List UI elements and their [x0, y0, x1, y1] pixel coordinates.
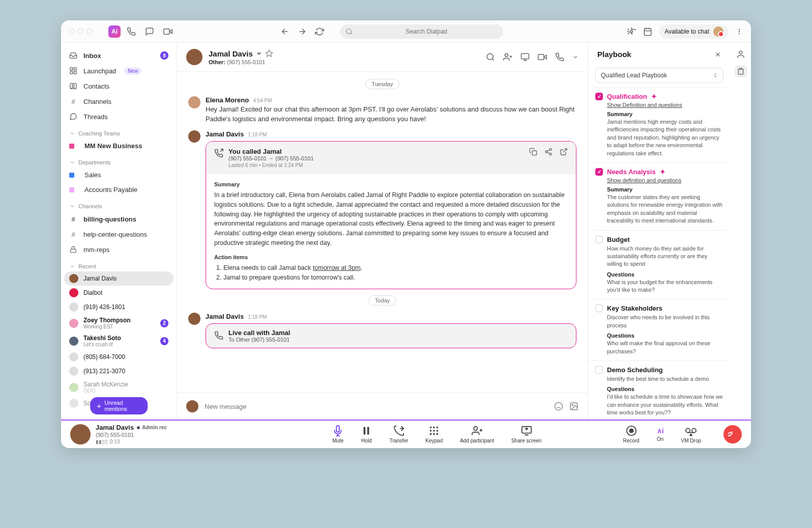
- checkbox-icon[interactable]: [595, 236, 603, 243]
- image-icon[interactable]: [569, 402, 578, 411]
- avatar: [69, 383, 78, 392]
- svg-rect-17: [538, 54, 544, 60]
- show-def-link[interactable]: Show Definition and questions: [607, 102, 723, 108]
- call-timer: 0:13: [110, 439, 120, 446]
- add-participant-button[interactable]: Add participant: [460, 425, 494, 443]
- recent-jamal[interactable]: Jamal Davis: [64, 271, 173, 286]
- conversation-panel: Jamal Davis Other: (907) 555-0101 Tue: [177, 43, 588, 420]
- recent-sarah[interactable]: Sarah McKenzieOOO: [61, 378, 177, 396]
- minimize-window[interactable]: [78, 29, 83, 34]
- nav-contacts[interactable]: Contacts: [61, 78, 177, 94]
- contact-name[interactable]: Jamal Davis: [209, 49, 273, 58]
- hangup-button[interactable]: [723, 425, 742, 443]
- playbook-title: Playbook: [597, 50, 631, 59]
- lock-icon: [69, 245, 77, 254]
- checkbox-icon[interactable]: ✓: [595, 93, 603, 100]
- close-window[interactable]: [69, 29, 75, 34]
- team-mm-new-business[interactable]: MM New Business: [61, 138, 177, 153]
- checkbox-icon[interactable]: [595, 304, 603, 312]
- screenshare-icon[interactable]: [520, 52, 530, 62]
- call-summary-card: You called Jamal (907) 555-0101 → (907) …: [206, 141, 576, 289]
- nav-arrows: [280, 27, 324, 36]
- share-screen-button[interactable]: Share screen: [511, 425, 541, 443]
- settings-icon[interactable]: [627, 27, 636, 36]
- star-icon[interactable]: [265, 49, 273, 58]
- message-scroll[interactable]: Tuesday Elena Moreno4:54 PM Hey Jamal! E…: [177, 72, 588, 393]
- mute-button[interactable]: Mute: [332, 425, 343, 443]
- hold-button[interactable]: Hold: [361, 425, 372, 443]
- search-input[interactable]: [340, 24, 503, 39]
- section-coaching[interactable]: Coaching Teams: [61, 124, 177, 138]
- recent-takeshi[interactable]: Takeshi SotoLet's crush it!4: [61, 332, 177, 350]
- playbook-list[interactable]: ✓Qualification ✦ Show Definition and que…: [588, 87, 731, 420]
- availability-pill[interactable]: Available to chat: [659, 24, 729, 39]
- external-link-icon[interactable]: [560, 148, 568, 156]
- inbox-badge: 8: [160, 51, 168, 60]
- add-person-icon[interactable]: [503, 52, 512, 62]
- chevron-down-icon: [69, 159, 75, 165]
- avatar: [69, 274, 78, 283]
- recent-dialbot[interactable]: Dialbot: [61, 286, 177, 300]
- nav-threads[interactable]: Threads: [61, 109, 177, 124]
- dept-sales[interactable]: Sales: [61, 168, 177, 182]
- calendar-icon[interactable]: [643, 27, 652, 36]
- search-icon[interactable]: [486, 52, 495, 62]
- vm-drop-button[interactable]: VM Drop: [681, 425, 701, 443]
- channel-help[interactable]: #help-center-questions: [61, 227, 177, 242]
- svg-point-1: [346, 29, 351, 33]
- chevron-down-icon: [69, 263, 75, 269]
- message-icon[interactable]: [145, 27, 154, 36]
- day-divider: Tuesday: [365, 79, 400, 89]
- back-icon[interactable]: [280, 27, 289, 36]
- new-tag: New: [124, 67, 141, 75]
- nav-channels[interactable]: # Channels: [61, 94, 177, 109]
- composer-avatar: [186, 400, 198, 412]
- ai-button[interactable]: ∧iOn: [657, 427, 664, 442]
- section-channels[interactable]: Channels: [61, 197, 177, 211]
- live-call-card[interactable]: Live call with Jamal To Other (907) 555-…: [206, 323, 576, 348]
- recent-number-1[interactable]: (919) 426-1801: [61, 300, 177, 314]
- nav-launchpad[interactable]: Launchpad New: [61, 63, 177, 78]
- forward-icon[interactable]: [298, 27, 307, 36]
- refresh-icon[interactable]: [315, 27, 324, 36]
- search: [340, 24, 503, 39]
- dept-accounts-payable[interactable]: Accounts Payable: [61, 182, 177, 197]
- nav-inbox[interactable]: Inbox 8: [61, 48, 177, 63]
- recent-zoey[interactable]: Zoey ThompsonWorking EST2: [61, 314, 177, 332]
- day-divider: Today: [368, 295, 396, 305]
- channel-billing[interactable]: #billing-questions: [61, 211, 177, 227]
- emoji-icon[interactable]: [554, 402, 563, 411]
- recent-number-3[interactable]: (913) 221-3070: [61, 364, 177, 378]
- chevron-down-icon[interactable]: [572, 54, 578, 60]
- section-departments[interactable]: Departments: [61, 153, 177, 168]
- close-icon[interactable]: [714, 51, 721, 58]
- video-icon[interactable]: [538, 52, 547, 62]
- app-logo[interactable]: Ai: [108, 25, 121, 38]
- composer-input[interactable]: [205, 403, 548, 410]
- keypad-button[interactable]: Keypad: [425, 425, 443, 443]
- playbook-select[interactable]: Qualified Lead Playbook: [595, 68, 723, 83]
- phone-icon[interactable]: [127, 27, 136, 36]
- notes-badge[interactable]: [735, 65, 747, 77]
- svg-point-42: [686, 428, 690, 432]
- unread-mentions-button[interactable]: Unread mentions: [90, 397, 148, 414]
- checkbox-icon[interactable]: [595, 366, 603, 374]
- maximize-window[interactable]: [86, 29, 92, 34]
- section-recent[interactable]: Recent: [61, 257, 177, 271]
- share-icon[interactable]: [544, 148, 553, 156]
- record-button[interactable]: Record: [623, 425, 639, 443]
- more-icon[interactable]: [736, 27, 743, 36]
- svg-point-41: [629, 429, 633, 432]
- video-icon[interactable]: [163, 27, 172, 36]
- show-def-link[interactable]: Show definition and questions: [607, 177, 723, 183]
- call-actions-right: Record ∧iOn VM Drop: [623, 425, 742, 443]
- checkbox-icon[interactable]: ✓: [595, 168, 603, 176]
- channel-mm-reps[interactable]: mm-reps: [61, 242, 177, 257]
- transfer-button[interactable]: Transfer: [389, 425, 408, 443]
- phone-icon[interactable]: [555, 52, 564, 62]
- person-icon[interactable]: [736, 50, 745, 59]
- recent-number-2[interactable]: (805) 684-7000: [61, 350, 177, 364]
- playbook-item-demo: Demo Scheduling Identify the best time t…: [588, 360, 731, 420]
- hash-icon: #: [69, 97, 77, 105]
- copy-icon[interactable]: [529, 148, 537, 156]
